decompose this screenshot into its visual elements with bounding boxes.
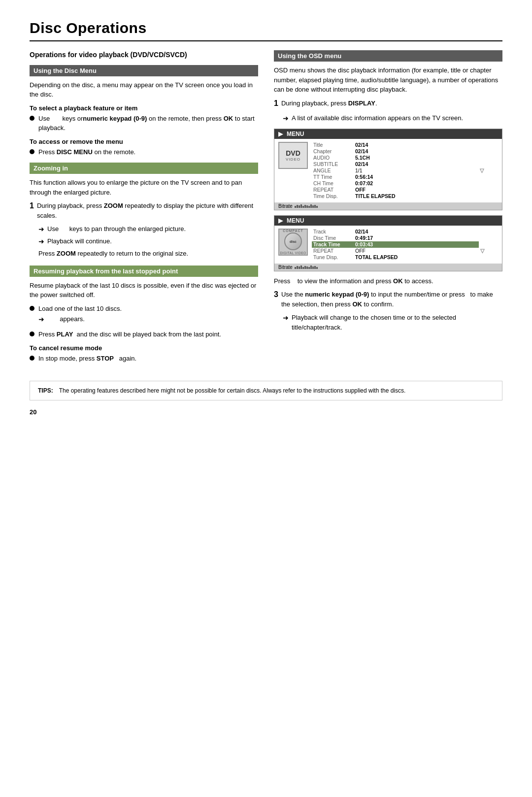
table-row: Chapter02/14 (312, 148, 498, 155)
bar (312, 266, 314, 269)
cancel-text: In stop mode, press STOP again. (38, 354, 136, 364)
tips-box: TIPS: The operating features described h… (30, 381, 502, 400)
cell-label: Track Time (312, 241, 354, 248)
resuming-header: Resuming playback from the last stopped … (30, 266, 258, 277)
bar (304, 266, 306, 269)
vcd-menu-data: Track02/14 Disc Time0:49:17 Track Time0:… (312, 229, 498, 261)
arrow-icon-step3: ➜ (283, 313, 289, 323)
cell-value: TITLE ELAPSED (354, 193, 478, 199)
bar (316, 267, 318, 269)
keypad-label: numeric keypad (0-9) (83, 115, 147, 122)
bar (295, 267, 296, 269)
bullet-icon4 (30, 332, 34, 336)
bar (300, 266, 302, 269)
cell-label: Title (312, 142, 354, 148)
cell-label: TT Time (312, 174, 354, 180)
dvd-bitrate-label: Bitrate (278, 203, 293, 209)
arrow-icon2: ➜ (38, 236, 44, 247)
osd-arrow-icon1: ➜ (283, 113, 289, 124)
ok-key3: OK (351, 300, 362, 308)
table-row-highlighted: Track Time0:03:43 (312, 241, 498, 248)
vcd-menu-header: ▶ MENU (274, 216, 502, 226)
display-key: DISPLAY (346, 100, 375, 107)
cell-label: AUDIO (312, 155, 354, 161)
digital-video-label: DIGITAL VIDEO (280, 251, 306, 255)
osd-step3: 3 Use the numeric keypad (0-9) to input … (274, 290, 502, 309)
bar (312, 205, 314, 208)
bar (308, 206, 310, 208)
dvd-menu-footer: Bitrate (274, 202, 502, 210)
cell-value: 0:56:14 (354, 174, 478, 180)
dvd-logo-text: DVD (286, 149, 300, 157)
dvd-menu-data: Title02/14 Chapter02/14 AUDIO5.1CH SUBTI… (312, 142, 498, 199)
cell-value: 02/14 (354, 229, 479, 235)
dvd-data-table: Title02/14 Chapter02/14 AUDIO5.1CH SUBTI… (312, 142, 498, 199)
zoom-arrow1: ➜ Use keys to pan through the enlarged p… (38, 224, 258, 234)
dvd-logo-box: DVD VIDEO (278, 142, 308, 169)
bar (297, 205, 298, 208)
vcd-menu-footer: Bitrate (274, 264, 502, 271)
osd-section: Using the OSD menu OSD menu shows the di… (274, 50, 502, 332)
zoom-arrow2-text: Playback will continue. (47, 236, 112, 246)
vcd-menu-body: COMPACT disc DIGITAL VIDEO Track02/14 Di… (274, 226, 502, 264)
table-row: REPEATOFF▽ (312, 248, 498, 254)
select-text: Use keys ornumeric keypad (0-9) on the r… (38, 114, 258, 133)
resuming-body: Resume playback of the last 10 discs is … (30, 281, 258, 300)
bar (306, 266, 308, 269)
select-bullet: Use keys ornumeric keypad (0-9) on the r… (30, 114, 258, 133)
play-icon-dvd: ▶ (278, 131, 283, 137)
bar (304, 205, 306, 208)
zoom-step1: 1 During playback, press ZOOM repeatedly… (30, 201, 258, 220)
page-number: 20 (30, 408, 502, 416)
cell-label: REPEAT (312, 248, 354, 254)
disc-menu-header: Using the Disc Menu (30, 65, 258, 76)
cancel-bullet: In stop mode, press STOP again. (30, 354, 258, 364)
compact-disc-logo: COMPACT disc DIGITAL VIDEO (280, 229, 306, 255)
cell-label: ANGLE (312, 167, 354, 174)
dvd-menu-header: ▶ MENU (274, 129, 502, 139)
bullet-icon (30, 116, 34, 121)
cell-value: 5.1CH (354, 155, 478, 161)
cell-label: Track (312, 229, 354, 235)
disc-menu-body: Depending on the disc, a menu may appear… (30, 80, 258, 100)
osd-step2-text: Press to view the information and press … (274, 276, 502, 286)
bar (300, 204, 302, 208)
osd-step3-num: 3 (274, 289, 278, 300)
cell-value: 02/14 (354, 148, 478, 155)
stop-key: STOP (95, 355, 114, 362)
bullet-icon5 (30, 356, 34, 361)
arrow-cell2: ▽ (479, 248, 498, 254)
osd-step3-text: Use the numeric keypad (0-9) to input th… (281, 290, 502, 309)
osd-arrow1: ➜ A list of available disc information a… (283, 113, 502, 124)
osd-arrow1-text: A list of available disc information app… (292, 113, 463, 123)
dvd-menu-box: ▶ MENU DVD VIDEO Title02/14 Chapter02/14… (274, 129, 502, 210)
zooming-section: Zooming in This function allows you to e… (30, 163, 258, 259)
osd-step1-text: During playback, press DISPLAY. (281, 99, 377, 108)
resume-arrow1: ➜ appears. (38, 314, 122, 325)
ok-label1: OK (222, 115, 233, 122)
access-text: Press DISC MENU on the remote. (38, 147, 135, 157)
osd-body: OSD menu shows the disc playback informa… (274, 66, 502, 95)
dvd-video-label: VIDEO (286, 157, 300, 162)
osd-step3-arrow-text: Playback will change to the chosen time … (292, 313, 502, 332)
bullet-icon2 (30, 149, 34, 154)
bar (295, 206, 296, 208)
bar (314, 266, 316, 269)
main-content: Operations for video playback (DVD/VCD/S… (30, 50, 502, 366)
disc-text: disc (290, 240, 297, 243)
left-column: Operations for video playback (DVD/VCD/S… (30, 50, 258, 366)
zooming-header: Zooming in (30, 163, 258, 174)
access-bullet: Press DISC MENU on the remote. (30, 147, 258, 157)
cell-label: CH Time (312, 180, 354, 187)
title-divider (30, 40, 502, 41)
compact-text: COMPACT (283, 229, 303, 232)
access-label: To access or remove the menu (30, 138, 258, 145)
zooming-body: This function allows you to enlarge the … (30, 178, 258, 197)
vcd-menu-box: ▶ MENU COMPACT disc DIGITAL VIDEO (274, 215, 502, 271)
numeric-key: numeric keypad (0-9) (303, 291, 369, 298)
bar (306, 205, 308, 208)
cell-label: Disc Time (312, 235, 354, 241)
right-column: Using the OSD menu OSD menu shows the di… (274, 50, 502, 366)
cell-value: 02/14 (354, 142, 478, 148)
vcd-bitrate-bars (295, 265, 318, 269)
